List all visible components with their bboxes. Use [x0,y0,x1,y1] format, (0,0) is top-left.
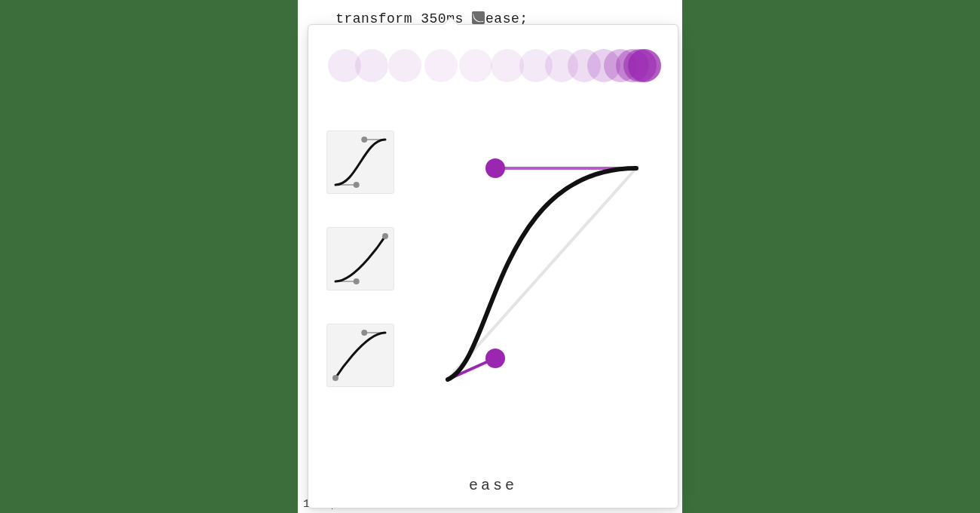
preview-dot [459,49,492,82]
preset-list [326,131,402,420]
bezier-editor-canvas[interactable] [433,146,659,395]
preview-dot [628,49,661,82]
easing-animation-preview [323,41,663,90]
page-background-right [682,0,980,513]
preset-ease-in[interactable] [326,227,394,290]
preset-ease-in-out[interactable] [326,131,394,194]
bezier-handle-p1[interactable] [485,349,505,368]
popover-arrow-icon [443,17,458,25]
bezier-handle-p2[interactable] [485,158,505,178]
svg-point-2 [354,182,360,188]
current-easing-label: ease [308,477,678,494]
preview-dot [388,49,421,82]
svg-point-7 [382,233,388,239]
preset-ease-out[interactable] [326,324,394,387]
svg-point-3 [361,137,367,143]
page-background-left [0,0,298,513]
bezier-editor-popover: ease [308,24,678,508]
preview-dot [355,49,388,82]
preview-dot [424,49,458,82]
svg-point-11 [361,330,367,336]
linear-reference-line [448,168,636,379]
svg-point-10 [332,375,338,381]
bezier-curve-svg [433,146,659,395]
bezier-swatch-icon[interactable] [472,11,485,24]
svg-point-6 [354,278,360,284]
